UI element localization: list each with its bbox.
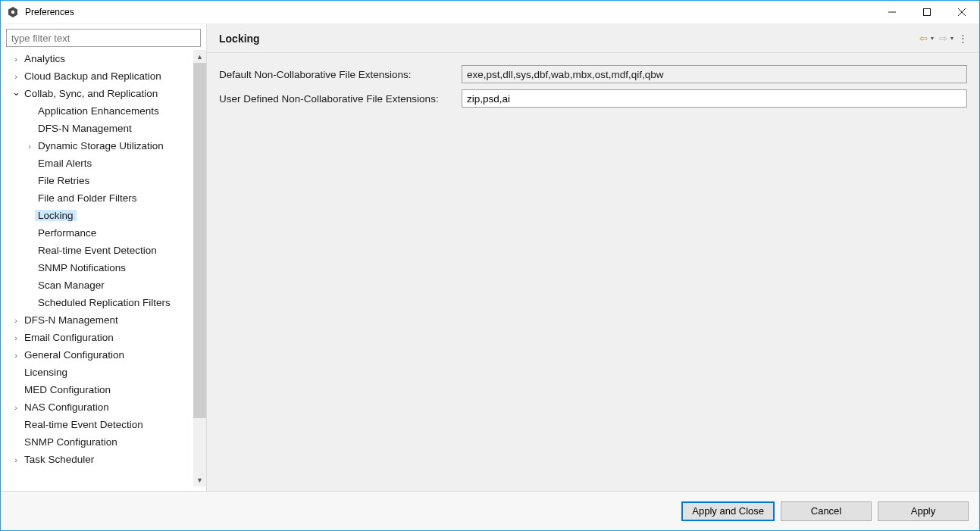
default-extensions-input xyxy=(462,65,967,83)
view-menu-icon[interactable]: ⋮ xyxy=(957,33,969,45)
minimize-icon xyxy=(888,8,896,16)
tree-item[interactable]: ›Performance xyxy=(6,224,193,242)
tree-item-label: Task Scheduler xyxy=(21,454,97,465)
tree-wrap: ›Analytics›Cloud Backup and Replication⌄… xyxy=(6,50,206,486)
tree-item-label: File Retries xyxy=(35,175,92,186)
tree-item-label: Real-time Event Detection xyxy=(21,419,146,430)
window-title: Preferences xyxy=(25,7,875,17)
close-icon xyxy=(958,8,966,16)
tree-item-label: DFS-N Management xyxy=(35,123,135,134)
page-title: Locking xyxy=(219,33,917,45)
tree-item-label: Analytics xyxy=(21,53,68,64)
apply-button[interactable]: Apply xyxy=(878,501,969,521)
tree-item-label: Scheduled Replication Filters xyxy=(35,297,174,308)
tree-item[interactable]: ›Locking xyxy=(6,207,193,224)
tree-item[interactable]: ›Application Enhancements xyxy=(6,102,193,120)
app-icon xyxy=(7,6,19,18)
tree-item-label: Application Enhancements xyxy=(35,105,162,117)
content-header: Locking ⇦ ▾ ⇨ ▾ ⋮ xyxy=(207,24,979,53)
tree-item[interactable]: ›Real-time Event Detection xyxy=(6,242,193,259)
tree-item-label: General Configuration xyxy=(21,349,127,361)
tree-item-label: SNMP Notifications xyxy=(35,262,129,273)
tree-item-label: SNMP Configuration xyxy=(21,436,121,448)
tree-item[interactable]: ⌄Collab, Sync, and Replication xyxy=(6,85,193,102)
cancel-button[interactable]: Cancel xyxy=(781,501,872,521)
tree-item-label: Collab, Sync, and Replication xyxy=(21,88,161,99)
tree-item[interactable]: ›Email Configuration xyxy=(6,329,193,346)
apply-and-close-button[interactable]: Apply and Close xyxy=(681,501,775,521)
footer: Apply and Close Cancel Apply xyxy=(1,491,979,530)
tree-item-label: Locking xyxy=(35,210,77,221)
chevron-right-icon[interactable]: › xyxy=(24,142,35,151)
tree-item-label: Performance xyxy=(35,227,99,239)
tree-item-label: Cloud Backup and Replication xyxy=(21,70,164,82)
tree-item[interactable]: ›Scan Manager xyxy=(6,276,193,294)
tree-item[interactable]: ›File and Folder Filters xyxy=(6,189,193,207)
maximize-button[interactable] xyxy=(910,1,944,23)
tree-item[interactable]: ›File Retries xyxy=(6,172,193,189)
chevron-right-icon[interactable]: › xyxy=(11,316,21,325)
tree-item-label: Email Configuration xyxy=(21,332,117,343)
chevron-right-icon[interactable]: › xyxy=(11,55,21,64)
tree-item[interactable]: ›SNMP Notifications xyxy=(6,259,193,276)
body: ›Analytics›Cloud Backup and Replication⌄… xyxy=(1,24,979,491)
svg-rect-3 xyxy=(924,9,931,16)
titlebar: Preferences xyxy=(1,1,979,24)
tree-item[interactable]: ›DFS-N Management xyxy=(6,311,193,329)
tree-item[interactable]: ›Analytics xyxy=(6,50,193,67)
window-controls xyxy=(875,1,979,23)
chevron-down-icon[interactable]: ⌄ xyxy=(11,86,21,98)
default-extensions-label: Default Non-Collaborative File Extension… xyxy=(219,69,462,80)
tree-item-label: DFS-N Management xyxy=(21,314,121,326)
scrollbar[interactable]: ▲ ▼ xyxy=(193,50,206,486)
user-extensions-label: User Defined Non-Collaborative File Exte… xyxy=(219,93,462,105)
tree-item[interactable]: ›Email Alerts xyxy=(6,155,193,172)
maximize-icon xyxy=(923,8,931,16)
preferences-window: Preferences ›Analytics›Cloud Backup and … xyxy=(0,0,980,531)
tree-item[interactable]: ›NAS Configuration xyxy=(6,398,193,416)
tree-item[interactable]: ›Licensing xyxy=(6,364,193,381)
user-extensions-row: User Defined Non-Collaborative File Exte… xyxy=(219,89,967,108)
forward-menu-icon[interactable]: ▾ xyxy=(950,35,953,42)
tree-item[interactable]: ›Real-time Event Detection xyxy=(6,416,193,433)
tree-item-label: File and Folder Filters xyxy=(35,192,140,204)
scroll-thumb[interactable] xyxy=(193,63,206,418)
content-pane: Locking ⇦ ▾ ⇨ ▾ ⋮ Default Non-Collaborat… xyxy=(207,24,979,491)
content-body: Default Non-Collaborative File Extension… xyxy=(207,53,979,491)
scroll-down-icon[interactable]: ▼ xyxy=(193,473,206,486)
tree-item-label: Licensing xyxy=(21,367,70,378)
tree-item[interactable]: ›Scheduled Replication Filters xyxy=(6,294,193,311)
header-toolbar: ⇦ ▾ ⇨ ▾ ⋮ xyxy=(917,33,969,45)
back-icon[interactable]: ⇦ xyxy=(917,33,929,45)
preferences-tree[interactable]: ›Analytics›Cloud Backup and Replication⌄… xyxy=(6,50,193,486)
tree-item[interactable]: ›MED Configuration xyxy=(6,381,193,398)
tree-item-label: Real-time Event Detection xyxy=(35,245,160,256)
tree-item-label: NAS Configuration xyxy=(21,401,112,413)
back-menu-icon[interactable]: ▾ xyxy=(931,35,934,42)
chevron-right-icon[interactable]: › xyxy=(11,351,21,360)
minimize-button[interactable] xyxy=(875,1,910,23)
user-extensions-input[interactable] xyxy=(462,89,967,108)
tree-item[interactable]: ›DFS-N Management xyxy=(6,120,193,137)
filter-input[interactable] xyxy=(6,29,201,47)
tree-item[interactable]: ›Dynamic Storage Utilization xyxy=(6,137,193,155)
sidebar: ›Analytics›Cloud Backup and Replication⌄… xyxy=(1,24,207,491)
forward-icon[interactable]: ⇨ xyxy=(937,33,949,45)
tree-item[interactable]: ›General Configuration xyxy=(6,346,193,364)
chevron-right-icon[interactable]: › xyxy=(11,333,21,342)
svg-point-1 xyxy=(11,11,14,14)
scroll-up-icon[interactable]: ▲ xyxy=(193,50,206,63)
tree-item-label: Dynamic Storage Utilization xyxy=(35,140,167,151)
tree-item-label: Email Alerts xyxy=(35,158,95,169)
tree-item[interactable]: ›Task Scheduler xyxy=(6,451,193,468)
tree-item[interactable]: ›SNMP Configuration xyxy=(6,433,193,451)
tree-item-label: MED Configuration xyxy=(21,384,114,395)
chevron-right-icon[interactable]: › xyxy=(11,403,21,412)
chevron-right-icon[interactable]: › xyxy=(11,455,21,464)
tree-item-label: Scan Manager xyxy=(35,280,108,291)
tree-item[interactable]: ›Cloud Backup and Replication xyxy=(6,67,193,85)
close-button[interactable] xyxy=(944,1,979,23)
default-extensions-row: Default Non-Collaborative File Extension… xyxy=(219,65,967,83)
chevron-right-icon[interactable]: › xyxy=(11,72,21,81)
